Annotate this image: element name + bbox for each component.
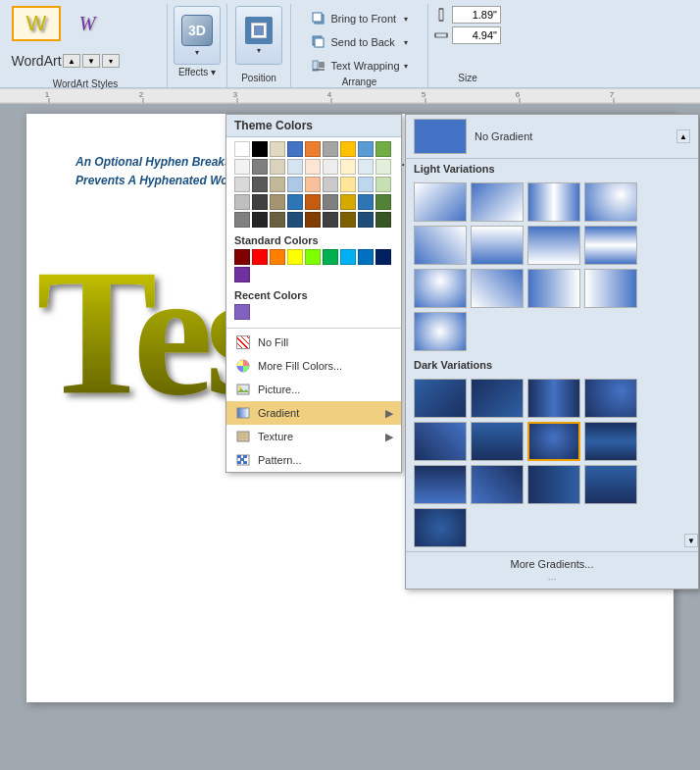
dark-grad-10[interactable]: [471, 465, 524, 504]
texture-item[interactable]: Texture ▶: [226, 425, 401, 448]
theme-t3-4[interactable]: [287, 177, 303, 192]
dark-grad-6[interactable]: [471, 422, 524, 461]
theme-shade-6[interactable]: [323, 159, 338, 175]
wordart-style-2[interactable]: W: [63, 6, 112, 41]
std-yellow[interactable]: [287, 249, 303, 265]
picture-item[interactable]: Picture...: [226, 378, 401, 401]
theme-t4-2[interactable]: [252, 194, 268, 210]
theme-t4-1[interactable]: [234, 194, 250, 210]
theme-t3-1[interactable]: [234, 177, 250, 192]
light-grad-12[interactable]: [584, 269, 637, 308]
theme-color-tan[interactable]: [270, 141, 285, 157]
light-grad-2[interactable]: [471, 182, 524, 222]
theme-t3-2[interactable]: [252, 177, 268, 192]
position-button[interactable]: ▾: [235, 6, 282, 65]
theme-t4-8[interactable]: [358, 194, 374, 210]
no-fill-item[interactable]: No Fill: [226, 331, 401, 354]
theme-t5-4[interactable]: [287, 212, 303, 228]
light-grad-8[interactable]: [584, 226, 637, 265]
light-grad-10[interactable]: [471, 269, 524, 308]
theme-t3-9[interactable]: [375, 177, 391, 192]
dark-grad-2[interactable]: [471, 379, 524, 418]
dark-grad-3[interactable]: [527, 379, 580, 418]
std-red[interactable]: [252, 249, 268, 265]
theme-shade-5[interactable]: [305, 159, 321, 175]
height-input[interactable]: [452, 6, 501, 24]
gradient-scroll-up[interactable]: ▲: [676, 129, 690, 143]
dark-grad-4[interactable]: [584, 379, 637, 418]
dark-grad-12[interactable]: [584, 465, 637, 504]
theme-shade-8[interactable]: [358, 159, 374, 175]
no-gradient-swatch[interactable]: [414, 119, 467, 154]
pattern-item[interactable]: Pattern...: [226, 448, 401, 472]
theme-t5-9[interactable]: [375, 212, 391, 228]
dark-grad-5[interactable]: [414, 422, 467, 461]
theme-t5-1[interactable]: [234, 212, 250, 228]
theme-t4-3[interactable]: [270, 194, 285, 210]
gradient-scroll-down[interactable]: ▼: [684, 534, 698, 547]
light-grad-11[interactable]: [527, 269, 580, 308]
std-purple[interactable]: [234, 267, 250, 282]
more-fill-colors-item[interactable]: More Fill Colors...: [226, 354, 401, 378]
theme-color-black[interactable]: [252, 141, 268, 157]
light-grad-5[interactable]: [414, 226, 467, 265]
theme-shade-9[interactable]: [375, 159, 391, 175]
dark-grad-11[interactable]: [527, 465, 580, 504]
send-to-back-button[interactable]: Send to Back ▾: [304, 31, 414, 53]
light-grad-9[interactable]: [414, 269, 467, 308]
light-grad-6[interactable]: [471, 226, 524, 265]
theme-t3-6[interactable]: [323, 177, 338, 192]
std-ltblue[interactable]: [340, 249, 356, 265]
theme-color-yellow1[interactable]: [340, 141, 356, 157]
wordart-scroll-down[interactable]: ▼: [82, 54, 100, 68]
gradient-item[interactable]: Gradient ▶: [226, 401, 401, 425]
theme-t4-7[interactable]: [340, 194, 356, 210]
dark-grad-1[interactable]: [414, 379, 467, 418]
theme-color-green1[interactable]: [375, 141, 391, 157]
light-grad-1[interactable]: [414, 182, 467, 222]
dark-grad-13[interactable]: [414, 508, 467, 547]
wordart-style-3[interactable]: WordArt: [12, 43, 61, 78]
theme-shade-7[interactable]: [340, 159, 356, 175]
theme-t3-8[interactable]: [358, 177, 374, 192]
more-gradients-button[interactable]: More Gradients...: [503, 556, 602, 572]
std-darkblue[interactable]: [375, 249, 391, 265]
theme-color-blue2[interactable]: [358, 141, 374, 157]
dark-grad-7-selected[interactable]: [527, 422, 580, 461]
theme-t3-5[interactable]: [305, 177, 321, 192]
std-ltgreen[interactable]: [305, 249, 321, 265]
theme-color-blue1[interactable]: [287, 141, 303, 157]
light-grad-7[interactable]: [527, 226, 580, 265]
text-wrapping-button[interactable]: Text Wrapping ▾: [304, 55, 414, 77]
theme-color-white[interactable]: [234, 141, 250, 157]
std-orange[interactable]: [270, 249, 285, 265]
theme-shade-3[interactable]: [270, 159, 285, 175]
bring-to-front-button[interactable]: Bring to Front ▾: [304, 8, 414, 29]
light-grad-3[interactable]: [527, 182, 580, 222]
theme-t4-9[interactable]: [375, 194, 391, 210]
theme-t3-3[interactable]: [270, 177, 285, 192]
theme-color-orange1[interactable]: [305, 141, 321, 157]
effects-button[interactable]: 3D ▾: [174, 6, 221, 65]
theme-t4-5[interactable]: [305, 194, 321, 210]
theme-t5-8[interactable]: [358, 212, 374, 228]
wordart-dropdown[interactable]: ▾: [102, 54, 120, 68]
dark-grad-9[interactable]: [414, 465, 467, 504]
light-grad-4[interactable]: [584, 182, 637, 222]
theme-t5-3[interactable]: [270, 212, 285, 228]
wordart-scroll-up[interactable]: ▲: [63, 54, 80, 68]
theme-color-gray1[interactable]: [323, 141, 338, 157]
theme-t5-6[interactable]: [323, 212, 338, 228]
theme-t4-4[interactable]: [287, 194, 303, 210]
theme-shade-2[interactable]: [252, 159, 268, 175]
width-input[interactable]: [452, 26, 501, 44]
theme-t5-2[interactable]: [252, 212, 268, 228]
recent-color-1[interactable]: [234, 304, 250, 320]
theme-shade-1[interactable]: [234, 159, 250, 175]
light-grad-13[interactable]: [414, 312, 467, 351]
theme-shade-4[interactable]: [287, 159, 303, 175]
theme-t5-5[interactable]: [305, 212, 321, 228]
theme-t3-7[interactable]: [340, 177, 356, 192]
std-green[interactable]: [323, 249, 338, 265]
std-darkred[interactable]: [234, 249, 250, 265]
